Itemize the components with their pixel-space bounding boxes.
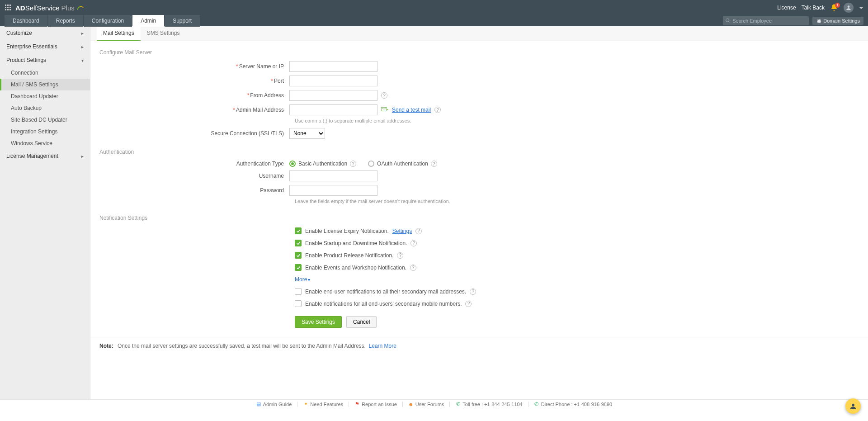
chevron-down-icon: ▾ [81, 58, 84, 63]
help-icon[interactable]: ? [431, 161, 437, 167]
svg-rect-5 [9, 7, 11, 8]
bell-icon[interactable]: 1 [830, 4, 838, 12]
help-icon[interactable]: ? [381, 92, 387, 99]
svg-point-9 [848, 5, 850, 8]
search-icon [726, 18, 731, 24]
label-password: Password [260, 187, 284, 194]
phone-icon: ✆ [455, 402, 461, 407]
label-username: Username [259, 173, 284, 179]
search-input[interactable] [732, 18, 806, 24]
sidebar-enterprise[interactable]: Enterprise Essentials▸ [0, 40, 90, 53]
admin-mail-input[interactable] [289, 104, 377, 115]
svg-rect-7 [7, 9, 9, 10]
tab-admin[interactable]: Admin [132, 15, 164, 27]
sidebar-site-dc[interactable]: Site Based DC Updater [0, 114, 90, 126]
help-icon[interactable]: ? [350, 161, 356, 167]
port-input[interactable] [289, 76, 377, 86]
hint-leave-empty: Leave the fields empty if the mail serve… [295, 198, 868, 207]
brand-logo: ADSelfService Plus [15, 4, 85, 12]
help-icon[interactable]: ? [397, 252, 403, 259]
save-button[interactable]: Save Settings [295, 316, 342, 328]
user-menu-caret-icon[interactable] [859, 5, 863, 10]
more-link[interactable]: More [295, 276, 307, 283]
footer-report-issue[interactable]: ⚑ Report an Issue [349, 402, 403, 407]
label-secure-conn: Secure Connection (SSL/TLS) [211, 130, 284, 137]
checkbox-events-workshop[interactable] [295, 264, 302, 271]
checkbox-license-expiry[interactable] [295, 227, 302, 234]
tab-sms-settings[interactable]: SMS Settings [141, 26, 186, 41]
footer-toll-free: ✆ Toll free : +1-844-245-1104 [450, 402, 528, 407]
footer-user-forums[interactable]: ☻ User Forums [403, 402, 450, 407]
tab-reports[interactable]: Reports [48, 15, 83, 27]
license-link[interactable]: License [777, 5, 796, 11]
server-name-input[interactable] [289, 61, 377, 72]
tab-support[interactable]: Support [165, 15, 200, 27]
password-input[interactable] [289, 185, 377, 196]
svg-rect-2 [9, 5, 11, 6]
tab-dashboard[interactable]: Dashboard [5, 15, 47, 27]
help-icon[interactable]: ? [410, 240, 417, 246]
section-notification: Notification Settings [90, 207, 868, 225]
chevron-right-icon: ▸ [81, 31, 84, 36]
svg-rect-3 [5, 7, 6, 8]
note-bar: Note: Once the mail server settings are … [90, 337, 868, 355]
sidebar-product-settings[interactable]: Product Settings▾ [0, 53, 90, 67]
checkbox-startup-downtime[interactable] [295, 240, 302, 246]
radio-oauth-label: OAuth Authentication [377, 161, 428, 167]
send-test-mail-link[interactable]: Send a test mail [392, 107, 431, 113]
svg-rect-1 [7, 5, 9, 6]
domain-settings-button[interactable]: Domain Settings [812, 17, 863, 25]
bulb-icon: ✦ [303, 402, 308, 407]
send-test-mail-icon [381, 107, 388, 113]
footer-need-features[interactable]: ✦ Need Features [297, 402, 349, 407]
help-icon[interactable]: ? [434, 107, 441, 113]
checkbox-secondary-mail[interactable] [295, 288, 302, 295]
sidebar-auto-backup[interactable]: Auto Backup [0, 102, 90, 114]
sidebar-windows-service[interactable]: Windows Service [0, 137, 90, 149]
book-icon: ▤ [256, 402, 261, 407]
note-text: Once the mail server settings are succes… [118, 343, 366, 349]
svg-rect-4 [7, 7, 9, 8]
search-employee[interactable] [723, 16, 809, 25]
svg-point-13 [852, 404, 854, 407]
help-icon[interactable]: ? [410, 265, 416, 271]
help-icon[interactable]: ? [415, 228, 422, 234]
sub-bar: Dashboard Reports Configuration Admin Su… [0, 15, 868, 26]
svg-rect-6 [5, 9, 6, 10]
section-configure-mail: Configure Mail Server [90, 41, 868, 59]
apps-grid-icon[interactable] [5, 4, 12, 11]
label-secondary-mobile: Enable notifications for all end-users' … [305, 301, 462, 307]
cancel-button[interactable]: Cancel [346, 316, 377, 328]
license-settings-link[interactable]: Settings [392, 228, 412, 234]
sidebar-connection[interactable]: Connection [0, 67, 90, 79]
from-address-input[interactable] [289, 90, 377, 101]
radio-basic-auth[interactable]: Basic Authentication ? [289, 161, 356, 167]
sidebar-license-mgmt[interactable]: License Management▸ [0, 149, 90, 163]
label-secondary-mail: Enable end-user notifications to all the… [305, 289, 466, 295]
radio-oauth-auth[interactable]: OAuth Authentication ? [368, 161, 437, 167]
learn-more-link[interactable]: Learn More [369, 343, 396, 349]
sidebar-integration[interactable]: Integration Settings [0, 126, 90, 137]
label-auth-type: Authentication Type [236, 161, 284, 167]
label-admin-mail: Admin Mail Address [236, 107, 284, 113]
tab-mail-settings[interactable]: Mail Settings [97, 26, 141, 41]
label-from-address: From Address [250, 92, 284, 99]
help-icon[interactable]: ? [470, 289, 476, 295]
secure-conn-select[interactable]: None [289, 128, 325, 139]
label-startup-downtime: Enable Startup and Downtime Notification… [305, 240, 407, 246]
tab-configuration[interactable]: Configuration [84, 15, 132, 27]
talkback-link[interactable]: Talk Back [802, 5, 825, 11]
top-bar: ADSelfService Plus License Talk Back 1 [0, 0, 868, 15]
gear-icon [816, 18, 821, 24]
svg-rect-8 [9, 9, 11, 10]
sidebar-customize[interactable]: Customize▸ [0, 26, 90, 40]
avatar-icon[interactable] [844, 3, 854, 13]
footer-admin-guide[interactable]: ▤ Admin Guide [250, 402, 298, 407]
chevron-right-icon: ▸ [81, 44, 84, 49]
username-input[interactable] [289, 170, 377, 181]
checkbox-secondary-mobile[interactable] [295, 300, 302, 307]
sidebar-dashboard-updater[interactable]: Dashboard Updater [0, 90, 90, 102]
checkbox-product-release[interactable] [295, 252, 302, 259]
sidebar-mail-sms[interactable]: Mail / SMS Settings [0, 79, 90, 90]
help-icon[interactable]: ? [465, 301, 472, 307]
